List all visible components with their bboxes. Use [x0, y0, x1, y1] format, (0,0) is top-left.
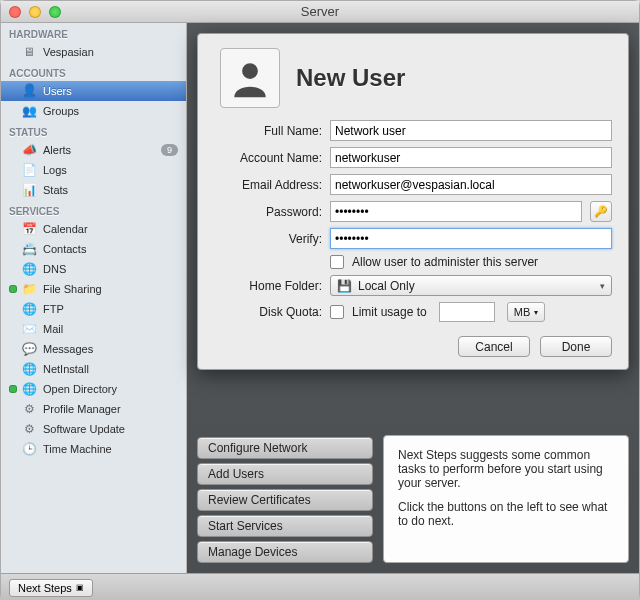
main-pane: New User Full Name: Account Name: Email … [187, 23, 639, 573]
sidebar-item-label: Calendar [43, 223, 88, 235]
chevron-down-icon: ▣ [76, 583, 84, 592]
netinstall-icon: 🌐 [21, 361, 37, 377]
configure-network-button[interactable]: Configure Network [197, 437, 373, 459]
sidebar-item-label: Vespasian [43, 46, 94, 58]
verify-field[interactable] [330, 228, 612, 249]
sidebar-header-accounts: ACCOUNTS [1, 62, 186, 81]
done-button[interactable]: Done [540, 336, 612, 357]
alerts-badge: 9 [161, 144, 178, 156]
sidebar-item-ftp[interactable]: 🌐FTP [1, 299, 186, 319]
sidebar-item-label: DNS [43, 263, 66, 275]
sidebar-item-alerts[interactable]: 📣 Alerts 9 [1, 140, 186, 160]
sidebar-item-file-sharing[interactable]: 📁File Sharing [1, 279, 186, 299]
sidebar-item-label: Users [43, 85, 72, 97]
bottom-bar: Next Steps ▣ [1, 573, 639, 600]
sidebar-item-dns[interactable]: 🌐DNS [1, 259, 186, 279]
sidebar-item-contacts[interactable]: 📇Contacts [1, 239, 186, 259]
review-certificates-button[interactable]: Review Certificates [197, 489, 373, 511]
opendirectory-icon: 🌐 [21, 381, 37, 397]
admin-checkbox[interactable] [330, 255, 344, 269]
start-services-button[interactable]: Start Services [197, 515, 373, 537]
sidebar-item-time-machine[interactable]: 🕒Time Machine [1, 439, 186, 459]
admin-checkbox-label: Allow user to administer this server [352, 255, 538, 269]
filesharing-icon: 📁 [21, 281, 37, 297]
contacts-icon: 📇 [21, 241, 37, 257]
sidebar-item-hardware[interactable]: 🖥 Vespasian [1, 42, 186, 62]
password-label: Password: [214, 205, 322, 219]
sidebar-item-calendar[interactable]: 📅Calendar [1, 219, 186, 239]
sidebar: HARDWARE 🖥 Vespasian ACCOUNTS 👤 Users 👥 … [1, 23, 187, 573]
display-icon: 🖥 [21, 44, 37, 60]
home-folder-select[interactable]: 💾 Local Only [330, 275, 612, 296]
next-steps-actions: Configure Network Add Users Review Certi… [197, 437, 373, 563]
drive-icon: 💾 [337, 279, 352, 293]
quota-field[interactable] [439, 302, 495, 322]
alert-icon: 📣 [21, 142, 37, 158]
person-icon [229, 57, 271, 99]
account-name-field[interactable] [330, 147, 612, 168]
sidebar-item-netinstall[interactable]: 🌐NetInstall [1, 359, 186, 379]
svg-point-0 [242, 63, 258, 79]
disk-quota-label: Disk Quota: [214, 305, 322, 319]
email-field[interactable] [330, 174, 612, 195]
sidebar-item-label: Time Machine [43, 443, 112, 455]
sidebar-item-label: Contacts [43, 243, 86, 255]
quota-unit-select[interactable]: MB▾ [507, 302, 546, 322]
sidebar-item-open-directory[interactable]: 🌐Open Directory [1, 379, 186, 399]
sidebar-item-mail[interactable]: ✉️Mail [1, 319, 186, 339]
sidebar-header-services: SERVICES [1, 200, 186, 219]
password-field[interactable] [330, 201, 582, 222]
group-icon: 👥 [21, 103, 37, 119]
limit-label: Limit usage to [352, 305, 427, 319]
sidebar-item-label: Open Directory [43, 383, 117, 395]
sidebar-item-label: Messages [43, 343, 93, 355]
ftp-icon: 🌐 [21, 301, 37, 317]
window-title: Server [1, 4, 639, 19]
sidebar-header-hardware: HARDWARE [1, 23, 186, 42]
sidebar-item-groups[interactable]: 👥 Groups [1, 101, 186, 121]
logs-icon: 📄 [21, 162, 37, 178]
password-assistant-button[interactable]: 🔑 [590, 201, 612, 222]
mail-icon: ✉️ [21, 321, 37, 337]
messages-icon: 💬 [21, 341, 37, 357]
sheet-title: New User [296, 64, 405, 92]
sidebar-item-label: Mail [43, 323, 63, 335]
sidebar-item-software-update[interactable]: ⚙Software Update [1, 419, 186, 439]
sidebar-item-label: FTP [43, 303, 64, 315]
account-name-label: Account Name: [214, 151, 322, 165]
profilemanager-icon: ⚙ [21, 401, 37, 417]
sidebar-item-profile-manager[interactable]: ⚙Profile Manager [1, 399, 186, 419]
email-label: Email Address: [214, 178, 322, 192]
manage-devices-button[interactable]: Manage Devices [197, 541, 373, 563]
tips-line: Next Steps suggests some common tasks to… [398, 448, 614, 490]
server-window: Server HARDWARE 🖥 Vespasian ACCOUNTS 👤 U… [0, 0, 640, 600]
sidebar-item-label: NetInstall [43, 363, 89, 375]
home-folder-label: Home Folder: [214, 279, 322, 293]
home-folder-value: Local Only [358, 279, 415, 293]
limit-checkbox[interactable] [330, 305, 344, 319]
calendar-icon: 📅 [21, 221, 37, 237]
avatar[interactable] [220, 48, 280, 108]
stats-icon: 📊 [21, 182, 37, 198]
sidebar-item-label: Logs [43, 164, 67, 176]
cancel-button[interactable]: Cancel [458, 336, 530, 357]
next-steps-toggle[interactable]: Next Steps ▣ [9, 579, 93, 597]
full-name-label: Full Name: [214, 124, 322, 138]
sidebar-item-stats[interactable]: 📊 Stats [1, 180, 186, 200]
verify-label: Verify: [214, 232, 322, 246]
sidebar-item-messages[interactable]: 💬Messages [1, 339, 186, 359]
sidebar-item-label: File Sharing [43, 283, 102, 295]
sidebar-item-logs[interactable]: 📄 Logs [1, 160, 186, 180]
sidebar-item-label: Profile Manager [43, 403, 121, 415]
tips-line: Click the buttons on the left to see wha… [398, 500, 614, 528]
timemachine-icon: 🕒 [21, 441, 37, 457]
sidebar-item-label: Alerts [43, 144, 71, 156]
next-steps-pane: Next Steps suggests some common tasks to… [383, 435, 629, 563]
full-name-field[interactable] [330, 120, 612, 141]
sidebar-item-users[interactable]: 👤 Users [1, 81, 186, 101]
sidebar-header-status: STATUS [1, 121, 186, 140]
key-icon: 🔑 [594, 205, 608, 218]
dns-icon: 🌐 [21, 261, 37, 277]
add-users-button[interactable]: Add Users [197, 463, 373, 485]
titlebar: Server [1, 1, 639, 23]
